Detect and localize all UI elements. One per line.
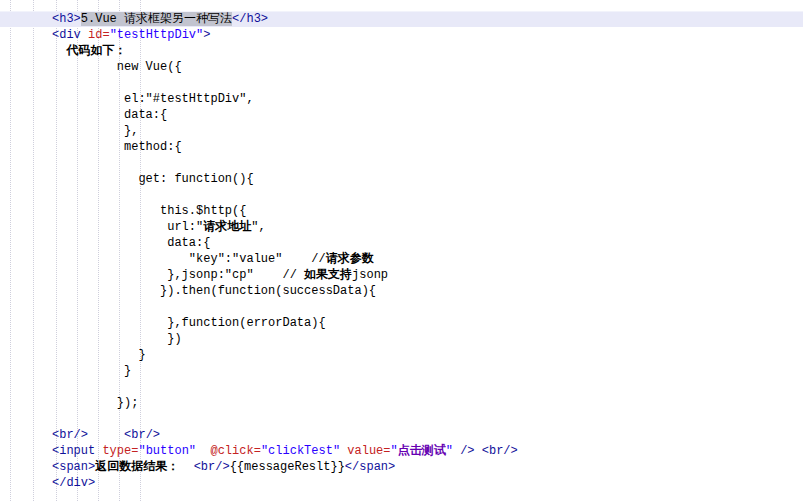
code-token: <br/> (52, 428, 88, 442)
code-token: </h3> (232, 12, 268, 26)
code-line: "key":"value" //请求参数 (52, 251, 803, 267)
code-line: el:"#testHttpDiv", (52, 91, 803, 107)
code-token: <br/> (124, 428, 160, 442)
code-token: 代码如下： (66, 44, 126, 58)
code-token (88, 428, 124, 442)
code-token: url:" (52, 220, 203, 234)
code-token: <div (52, 28, 88, 42)
code-line (52, 75, 803, 91)
code-token: "clickTest" (261, 444, 340, 458)
code-line: data:{ (52, 235, 803, 251)
code-token: },jsonp:"cp" // (52, 268, 304, 282)
code-editor[interactable]: <h3>5.Vue 请求框架另一种写法</h3><div id="testHtt… (0, 0, 803, 501)
code-token: ", (251, 220, 265, 234)
code-line (52, 155, 803, 171)
code-token (179, 460, 193, 474)
code-token: method:{ (52, 140, 182, 154)
code-line (52, 411, 803, 427)
code-token: <br/> (482, 444, 518, 458)
code-token: {{messageReslt}} (230, 460, 345, 474)
code-line: <input type="button" @click="clickTest" … (52, 443, 803, 459)
code-line: }, (52, 123, 803, 139)
code-token: jsonp (352, 268, 388, 282)
code-token: " (391, 444, 398, 458)
code-line (52, 187, 803, 203)
code-line (52, 299, 803, 315)
code-token: " (446, 444, 453, 458)
code-line: <br/> <br/> (52, 427, 803, 443)
code-token: > (203, 28, 210, 42)
code-token (52, 44, 66, 58)
indent-guide (10, 0, 11, 501)
code-token: }) (52, 332, 182, 346)
indent-guide (33, 0, 34, 501)
code-line: }) (52, 331, 803, 347)
code-token: "button" (138, 444, 196, 458)
code-token: <input (52, 444, 102, 458)
code-token: new Vue({ (52, 60, 182, 74)
code-token: <span> (52, 460, 95, 474)
code-line: get: function(){ (52, 171, 803, 187)
code-token (475, 444, 482, 458)
code-line: }).then(function(successData){ (52, 283, 803, 299)
code-line: new Vue({ (52, 59, 803, 75)
code-line: this.$http({ (52, 203, 803, 219)
code-token: el:"#testHttpDiv", (52, 92, 254, 106)
code-token: this.$http({ (52, 204, 246, 218)
code-token (196, 444, 210, 458)
code-token: }, (52, 124, 138, 138)
code-token: <h3> (52, 12, 81, 26)
code-line: </div> (52, 475, 803, 491)
code-token: /> (460, 444, 474, 458)
code-token: value= (347, 444, 390, 458)
code-token: "key":"value" // (52, 252, 326, 266)
code-line: <span>返回数据结果： <br/>{{messageReslt}}</spa… (52, 459, 803, 475)
code-token: 返回数据结果： (95, 460, 179, 474)
code-line: } (52, 363, 803, 379)
code-line (52, 379, 803, 395)
code-token: <br/> (194, 460, 230, 474)
text-selection: 5.Vue 请求框架另一种写法 (81, 12, 232, 26)
code-line: method:{ (52, 139, 803, 155)
code-line: }); (52, 395, 803, 411)
code-token: id= (88, 28, 110, 42)
code-token: },function(errorData){ (52, 316, 326, 330)
code-line: },jsonp:"cp" // 如果支持jsonp (52, 267, 803, 283)
code-line: <div id="testHttpDiv"> (52, 27, 803, 43)
code-line: } (52, 347, 803, 363)
code-token: 如果支持 (304, 268, 352, 282)
code-token: 点击测试 (398, 444, 446, 458)
code-token: 请求参数 (326, 252, 374, 266)
code-token: data:{ (52, 236, 210, 250)
code-token: type= (102, 444, 138, 458)
code-token: get: function(){ (52, 172, 254, 186)
code-line: url:"请求地址", (52, 219, 803, 235)
code-token: } (52, 364, 131, 378)
code-token: 请求地址 (203, 220, 251, 234)
code-line: },function(errorData){ (52, 315, 803, 331)
code-text: <h3>5.Vue 请求框架另一种写法</h3><div id="testHtt… (52, 11, 803, 491)
code-token: data:{ (52, 108, 167, 122)
code-token: </span> (345, 460, 395, 474)
code-token: "testHttpDiv" (110, 28, 204, 42)
code-line: data:{ (52, 107, 803, 123)
code-token: } (52, 348, 146, 362)
code-line: 代码如下： (52, 43, 803, 59)
code-token: }); (52, 396, 138, 410)
code-token: }).then(function(successData){ (52, 284, 376, 298)
code-token: @click= (210, 444, 260, 458)
code-line: <h3>5.Vue 请求框架另一种写法</h3> (52, 11, 803, 27)
code-token: </div> (52, 476, 95, 490)
